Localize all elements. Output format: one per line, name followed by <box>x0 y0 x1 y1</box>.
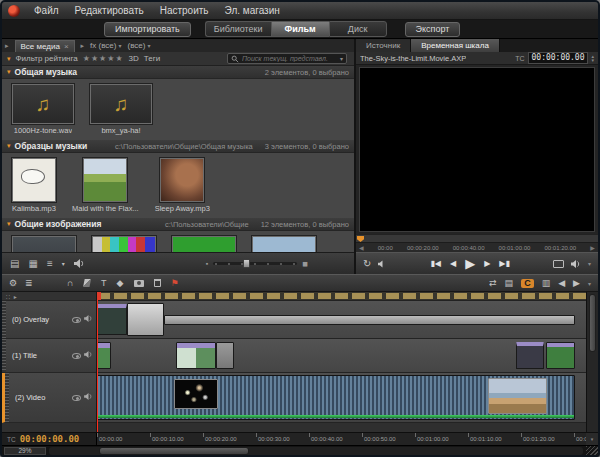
timeline-clip-purple[interactable] <box>516 342 544 369</box>
frame-forward-button[interactable]: ▶ <box>484 260 490 268</box>
audio-keyframe-icon[interactable]: ▥ <box>542 279 551 288</box>
grid-view-icon[interactable]: ▦ <box>28 259 37 269</box>
scorefitter-icon[interactable]: C <box>521 279 534 288</box>
chevron-down-icon[interactable]: ▾ <box>62 261 65 267</box>
title-text-icon[interactable]: T <box>101 279 107 288</box>
timeline-clip-green[interactable] <box>546 342 575 369</box>
timeline-clip-title-left[interactable] <box>97 342 111 369</box>
video-preview-area[interactable] <box>359 67 595 232</box>
track-drag-handle[interactable] <box>2 301 6 338</box>
import-button[interactable]: Импортировать <box>104 22 191 37</box>
zoom-slider-handle[interactable] <box>243 259 250 268</box>
track-row-1[interactable] <box>97 339 586 373</box>
timeline-ruler[interactable]: 00:00.0000:00:10.0000:00:20.0000:00:30.0… <box>97 433 586 445</box>
zoom-slider-track[interactable] <box>213 262 297 265</box>
chevron-right-icon[interactable]: ▸ <box>81 42 85 50</box>
media-item[interactable]: Kalimba.mp3 <box>12 158 56 213</box>
marker-icon[interactable]: ◆ <box>117 279 124 288</box>
track-header-2[interactable]: (2) Video <box>2 373 96 423</box>
timeline-clip-dark-purple[interactable] <box>97 304 127 335</box>
vertical-scrollbar-thumb[interactable] <box>589 294 596 352</box>
storyboard-view-icon[interactable]: ▤ <box>505 279 514 288</box>
media-item[interactable]: Sleep Away.mp3 <box>155 158 210 213</box>
track-header-0[interactable]: (0) Overlay <box>2 301 96 339</box>
menu-item[interactable]: Эл. магазин <box>217 5 288 16</box>
scenes-view-icon[interactable]: ▤ <box>10 259 19 269</box>
menu-item[interactable]: Файл <box>26 5 67 16</box>
track-drag-handle[interactable] <box>5 373 9 422</box>
list-view-icon[interactable]: ≡ <box>47 259 53 269</box>
ruler-left-arrow-icon[interactable]: ◀ <box>359 244 364 251</box>
rating-stars[interactable]: ★★★★★ <box>83 54 124 63</box>
media-item[interactable]: ♫1000Hz-tone.wav <box>12 84 74 135</box>
track-drag-handle[interactable] <box>2 339 6 372</box>
jump-to-end-button[interactable]: ▶▮ <box>499 260 510 268</box>
chevron-down-icon[interactable]: ▾ <box>7 55 11 63</box>
media-item[interactable]: Maid with the Flax... <box>72 158 139 213</box>
preview-audio-icon[interactable] <box>74 259 85 268</box>
track-mute-speaker-icon[interactable] <box>84 351 93 360</box>
ruler-right-arrow-icon[interactable]: ▶ <box>590 244 595 251</box>
zoom-out-icon[interactable]: ▪ <box>206 260 208 267</box>
timeline-clip-bar[interactable] <box>164 315 575 325</box>
media-item[interactable] <box>252 236 316 252</box>
chevron-down-icon[interactable]: ▾ <box>588 260 591 267</box>
media-item[interactable] <box>92 236 156 252</box>
chevron-down-icon[interactable]: ▾ <box>340 55 343 62</box>
fullscreen-icon[interactable] <box>553 260 564 268</box>
volume-icon[interactable] <box>571 260 581 268</box>
magnet-snap-icon[interactable]: ∩ <box>67 279 73 288</box>
track-mute-speaker-icon[interactable] <box>84 393 93 402</box>
menu-item[interactable]: Настроить <box>152 5 217 16</box>
track-mute-speaker-icon[interactable] <box>84 315 93 324</box>
timeline-vertical-scrollbar[interactable] <box>586 292 598 432</box>
export-button[interactable]: Экспорт <box>405 22 461 37</box>
horizontal-scrollbar-thumb[interactable] <box>99 447 249 455</box>
scrubber-handle[interactable] <box>357 236 364 242</box>
media-collection-tab[interactable]: Все медиа × <box>15 40 75 52</box>
section-header[interactable]: ▾Образцы музыкиc:\Пользователи\Общие\Общ… <box>2 140 354 153</box>
chevron-down-icon[interactable]: ▾ <box>588 280 591 287</box>
section-header[interactable]: ▾Общая музыка2 элементов, 0 выбрано <box>2 66 354 79</box>
razor-split-icon[interactable] <box>83 279 91 287</box>
timeline-clip-thumb-fireworks[interactable] <box>174 379 218 409</box>
preview-timecode-field[interactable]: 00:00:00.00 <box>528 52 589 64</box>
media-item[interactable] <box>172 236 236 252</box>
timeline-clip-light[interactable] <box>127 303 164 336</box>
chevron-right-icon[interactable]: ▸ <box>5 42 9 50</box>
zoom-in-icon[interactable]: ◼ <box>302 260 308 268</box>
main-tab-1[interactable]: Фильм <box>271 21 329 37</box>
track-row-2[interactable] <box>97 373 586 423</box>
playhead[interactable] <box>97 292 98 432</box>
resize-grip[interactable] <box>586 446 598 456</box>
preview-tab-1[interactable]: Временная шкала <box>411 39 500 52</box>
scroll-left-icon[interactable]: ◀ <box>558 279 565 288</box>
track-header-1[interactable]: (1) Title <box>2 339 96 373</box>
3d-filter-button[interactable]: 3D <box>129 54 139 63</box>
fx-filter-dropdown[interactable]: fx (все) ▾ <box>90 41 121 50</box>
scroll-right-icon[interactable]: ▶ <box>573 279 580 288</box>
timeline-clip-title-main[interactable] <box>176 342 216 369</box>
trash-icon[interactable] <box>154 279 161 287</box>
chevron-right-icon[interactable]: ▸ <box>14 293 17 300</box>
loop-playback-icon[interactable]: ↻ <box>363 259 371 269</box>
menu-item[interactable]: Редактировать <box>67 5 152 16</box>
media-item[interactable] <box>12 236 76 252</box>
track-visibility-eye-icon[interactable] <box>72 353 81 359</box>
red-marker-flag-icon[interactable]: ⚑ <box>171 279 179 288</box>
preview-tab-0[interactable]: Источник <box>356 39 411 52</box>
close-icon[interactable]: × <box>64 42 69 51</box>
search-box[interactable]: ▾ <box>227 53 347 64</box>
type-filter-dropdown[interactable]: (все) ▾ <box>127 41 150 50</box>
timeline-horizontal-scrollbar[interactable] <box>49 447 583 455</box>
track-visibility-eye-icon[interactable] <box>72 395 81 401</box>
timeline-clip-thumb-landscape[interactable] <box>488 378 547 414</box>
track-row-0[interactable] <box>97 301 586 339</box>
search-input[interactable] <box>242 55 337 62</box>
snapshot-camera-icon[interactable] <box>134 280 144 287</box>
track-visibility-eye-icon[interactable] <box>72 317 81 323</box>
tags-button[interactable]: Теги <box>144 54 160 63</box>
audio-mixer-icon[interactable]: ≣ <box>25 279 33 288</box>
frame-back-button[interactable]: ◀ <box>450 260 456 268</box>
timeline-clip-gray-small[interactable] <box>216 342 234 369</box>
